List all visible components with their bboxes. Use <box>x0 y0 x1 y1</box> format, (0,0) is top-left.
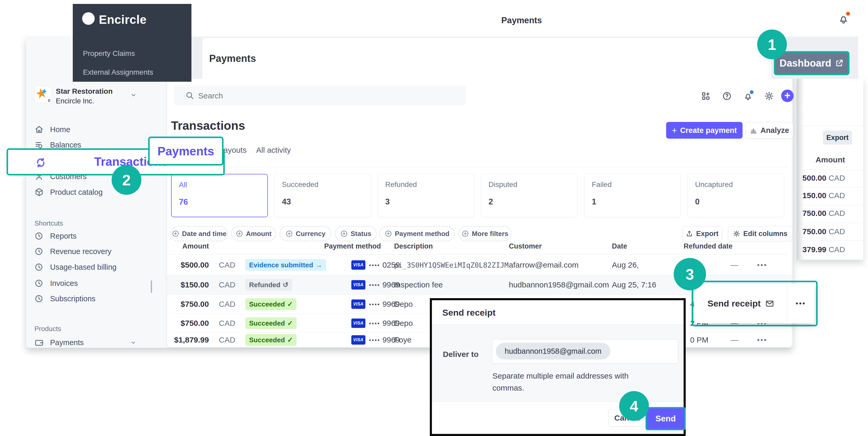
annotation-step-3: 3 <box>674 258 706 290</box>
status-badge[interactable]: Succeeded✓ <box>245 317 297 329</box>
amount-cell: 379.99 CAD <box>797 245 845 254</box>
amount-column-header: Amount <box>797 155 845 164</box>
status-badge[interactable]: Succeeded✓ <box>245 298 297 310</box>
settings-gear-icon[interactable] <box>764 91 774 101</box>
gear-icon <box>733 230 740 237</box>
encircle-page-title: Payments <box>209 53 256 64</box>
search-bar[interactable] <box>174 86 466 106</box>
transactions-cycle-icon <box>34 156 47 169</box>
bell-badge-dot <box>750 90 753 94</box>
envelope-icon <box>765 299 774 308</box>
search-icon <box>185 91 194 100</box>
sidebar-scrollbar[interactable] <box>151 281 152 293</box>
visa-card-icon: VISA <box>351 260 365 270</box>
wallet-icon <box>34 338 44 347</box>
dashboard-button[interactable]: Dashboard <box>774 51 849 75</box>
helper-text: commas. <box>492 383 524 393</box>
stripe-account-badge: E <box>46 97 53 104</box>
col-header-amount[interactable]: Amount <box>167 242 209 251</box>
col-header-description[interactable]: Description <box>394 242 433 251</box>
sidebar-section-products: Products <box>34 325 61 333</box>
create-plus-button[interactable]: + <box>781 90 794 102</box>
deliver-to-label: Deliver to <box>443 350 478 359</box>
business-avatar[interactable]: ★ ★ E <box>34 86 51 103</box>
sidebar-item-home[interactable]: Home <box>26 125 172 134</box>
filter-more-filters[interactable]: More filters <box>458 226 512 241</box>
filter-amount[interactable]: Amount <box>231 226 276 241</box>
encircle-content-panel: Payments <box>203 38 771 82</box>
create-payment-button[interactable]: + Create payment <box>666 122 743 139</box>
edit-columns-button[interactable]: Edit columns <box>728 226 793 241</box>
notification-dot <box>846 12 850 16</box>
email-token[interactable]: hudbannon1958@gmail.com <box>496 343 610 359</box>
filter-payment-method[interactable]: Payment method <box>379 226 455 241</box>
status-card-failed[interactable]: Failed1 <box>584 174 681 217</box>
col-header-date[interactable]: Date <box>612 242 627 251</box>
status-card-disputed[interactable]: Disputed2 <box>481 174 578 217</box>
export-button[interactable]: Export <box>682 226 722 241</box>
tab-payments-highlight[interactable]: Payments <box>148 137 223 166</box>
clock-icon <box>34 232 43 240</box>
status-card-succeeded[interactable]: Succeeded43 <box>274 174 371 217</box>
analyze-button[interactable]: Analyze <box>745 122 793 139</box>
status-badge[interactable]: Succeeded✓ <box>245 334 297 346</box>
chevron-down-icon <box>130 339 137 346</box>
sidebar-item-payments[interactable]: Payments <box>26 338 172 347</box>
status-card-refunded[interactable]: Refunded3 <box>378 174 474 217</box>
product-catalog-icon <box>34 187 44 197</box>
annotation-step-1: 1 <box>757 29 787 59</box>
business-name: Star Restoration <box>56 87 113 95</box>
encircle-dark-nav: Encircle Property Claims External Assign… <box>73 4 191 82</box>
filter-status[interactable]: Status <box>335 226 377 241</box>
amount-cell: 150.00 CAD <box>797 191 845 200</box>
col-header-customer[interactable]: Customer <box>509 242 542 251</box>
send-receipt-button[interactable]: Send receipt <box>695 284 787 323</box>
status-badge[interactable]: Refunded↺ <box>245 279 292 291</box>
status-badge[interactable]: Evidence submitted→ <box>245 259 326 271</box>
bar-chart-icon <box>750 126 757 134</box>
chevron-down-icon[interactable] <box>130 91 137 99</box>
annotation-step-2: 2 <box>112 165 142 195</box>
nav-item-property-claims[interactable]: Property Claims <box>83 49 135 58</box>
encircle-logo-icon <box>82 12 95 25</box>
sidebar-item-reports[interactable]: Reports <box>26 231 172 241</box>
send-receipt-popover: Send receipt ••• <box>692 281 818 326</box>
row-menu-button[interactable]: ••• <box>757 336 767 344</box>
help-icon[interactable] <box>722 91 732 101</box>
filter-date-and-time[interactable]: Date and time <box>170 226 227 241</box>
col-header-refunded-date[interactable]: Refunded date <box>684 242 733 251</box>
plus-circle-icon <box>384 230 392 238</box>
amount-cell: 750.00 CAD <box>797 209 845 218</box>
send-button[interactable]: Send <box>647 408 684 429</box>
export-button-background[interactable]: Export <box>823 130 852 145</box>
plus-circle-icon <box>236 230 243 238</box>
clock-icon <box>34 247 43 256</box>
sidebar-item-invoices[interactable]: Invoices <box>26 279 172 288</box>
sidebar-item-subscriptions[interactable]: Subscriptions <box>26 294 172 303</box>
screenshot-root: Export Amount 500.00 CAD 150.00 CAD 750.… <box>0 0 868 436</box>
popover-more-button[interactable]: ••• <box>787 284 814 323</box>
visa-card-icon: VISA <box>351 280 365 290</box>
nav-item-external-assignments[interactable]: External Assignments <box>83 68 153 77</box>
sidebar-section-shortcuts: Shortcuts <box>34 219 63 227</box>
clock-icon <box>34 294 43 303</box>
row-menu-button[interactable]: ••• <box>757 261 767 269</box>
background-amount-panel: Export Amount 500.00 CAD 150.00 CAD 750.… <box>797 77 863 260</box>
clock-icon <box>34 279 43 288</box>
sidebar-item-usage-based-billing[interactable]: Usage-based billing <box>26 262 172 272</box>
tab-all-activity[interactable]: All activity <box>256 146 291 154</box>
email-field[interactable]: hudbannon1958@gmail.com <box>492 339 678 364</box>
filter-currency[interactable]: Currency <box>280 226 331 241</box>
col-header-payment-method[interactable]: Payment method <box>324 242 381 251</box>
plus-circle-icon <box>285 230 293 238</box>
annotation-step-4: 4 <box>619 391 649 421</box>
apps-grid-icon[interactable] <box>701 91 711 101</box>
sidebar-item-product-catalog[interactable]: Product catalog <box>26 187 172 197</box>
search-input[interactable] <box>198 89 454 103</box>
plus-circle-icon <box>172 230 180 238</box>
send-button-highlight: Send <box>646 407 686 430</box>
encircle-brand: Encircle <box>99 12 147 27</box>
status-card-all[interactable]: All76 <box>171 174 268 217</box>
sidebar-item-revenue-recovery[interactable]: Revenue recovery <box>26 247 172 256</box>
status-card-uncaptured[interactable]: Uncaptured0 <box>687 174 784 217</box>
